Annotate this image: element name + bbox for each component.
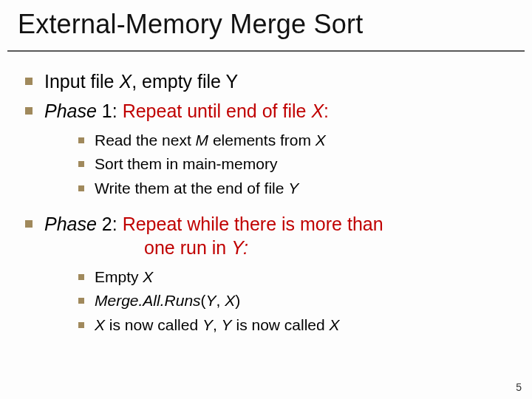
title-underline [7, 50, 525, 52]
sub-bullet-sort: Sort them in main-memory [74, 154, 513, 174]
italic-y: Y [222, 316, 232, 333]
text: , [213, 316, 222, 333]
page-number: 5 [516, 381, 522, 393]
text: ) [235, 292, 240, 309]
italic-x: X [316, 132, 326, 149]
text: , empty file Y [132, 71, 238, 92]
text: Input file [44, 71, 119, 92]
bullet-input-file: Input file X, empty file Y [19, 69, 513, 93]
text: Empty [95, 268, 143, 285]
italic-y: Y [206, 292, 216, 309]
phase2-line2-indent: one run in Y: [44, 237, 248, 258]
bullet-list-level1: Input file X, empty file Y Phase 1: Repe… [19, 69, 513, 335]
text: elements from [208, 132, 316, 149]
text: is now called [232, 316, 330, 333]
text: is now called [105, 316, 202, 333]
red-text-line1: Repeat while there is more than [123, 214, 383, 234]
text: Read the next [95, 132, 196, 149]
red-text: Repeat until end of file [123, 100, 312, 121]
bullet-list-level2-b: Empty X Merge.All.Runs(Y, X) X is now ca… [44, 267, 513, 335]
sub-bullet-write: Write them at the end of file Y [74, 178, 513, 199]
text: , [216, 292, 225, 309]
italic-phase: Phase [44, 214, 97, 234]
text: 1: [97, 100, 123, 121]
red-colon: : [324, 100, 329, 121]
italic-y: Y [202, 316, 213, 333]
sub-bullet-rename: X is now called Y, Y is now called X [74, 315, 513, 335]
italic-y: Y [288, 180, 299, 197]
text: 2: [97, 214, 123, 234]
red-italic-y: Y [231, 237, 243, 258]
italic-x: X [119, 71, 132, 92]
bullet-list-level2-a: Read the next M elements from X Sort the… [44, 130, 513, 199]
red-text-line2: one run in [144, 237, 231, 258]
slide-body: Input file X, empty file Y Phase 1: Repe… [0, 58, 532, 335]
italic-x: X [95, 316, 105, 333]
text: Write them at the end of file [95, 180, 288, 197]
text: ( [201, 292, 206, 309]
sub-bullet-read: Read the next M elements from X [74, 130, 513, 151]
red-colon: : [243, 237, 248, 258]
red-italic-x: X [311, 100, 324, 121]
bullet-phase-1: Phase 1: Repeat until end of file X: Rea… [19, 99, 513, 199]
slide-title: External-Memory Merge Sort [0, 0, 532, 44]
italic-x: X [225, 292, 235, 309]
sub-bullet-empty: Empty X [74, 267, 513, 287]
slide: External-Memory Merge Sort Input file X,… [0, 0, 532, 399]
text: Sort them in main-memory [95, 155, 277, 172]
italic-phase: Phase [44, 100, 97, 121]
italic-x: X [143, 268, 153, 285]
bullet-phase-2: Phase 2: Repeat while there is more than… [19, 212, 513, 335]
italic-x: X [330, 316, 340, 333]
italic-m: M [196, 132, 209, 149]
italic-merge: Merge.All.Runs [95, 292, 201, 309]
sub-bullet-merge: Merge.All.Runs(Y, X) [74, 290, 513, 311]
